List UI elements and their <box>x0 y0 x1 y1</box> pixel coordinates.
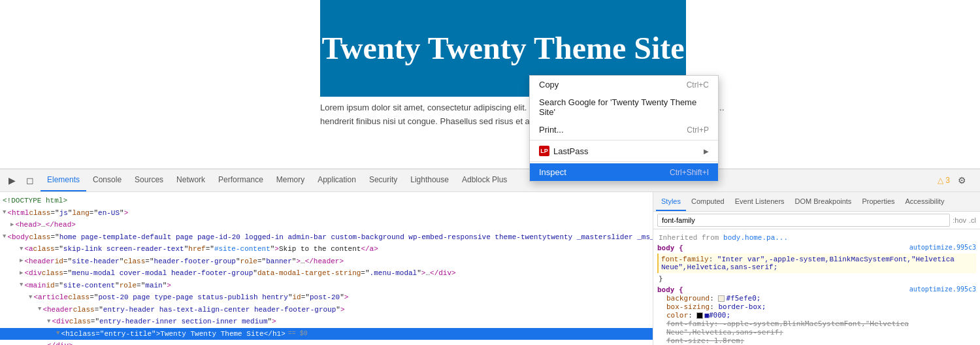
tab-adblock[interactable]: Adblock Plus <box>455 169 514 191</box>
devtools-cursor-icon[interactable]: ▶ <box>4 172 20 188</box>
lastpass-arrow-icon: ▶ <box>704 148 709 155</box>
rule-block-2: autoptimize.995c3 body { background: #f5… <box>657 286 976 345</box>
site-title: Twenty Twenty Theme Site <box>321 31 684 66</box>
tab-performance[interactable]: Performance <box>212 169 270 191</box>
dom-line-doctype: <!DOCTYPE html> <box>0 195 653 207</box>
dom-line-head: ▶ <head>…</head> <box>0 219 653 231</box>
tab-memory[interactable]: Memory <box>270 169 311 191</box>
context-menu-lastpass[interactable]: LP LastPass ▶ <box>530 142 718 160</box>
devtools-inspect-icon[interactable]: ◻ <box>22 172 38 188</box>
dom-panel[interactable]: <!DOCTYPE html> ▼ <html class="js" lang=… <box>0 192 653 345</box>
tab-lighthouse[interactable]: Lighthouse <box>404 169 455 191</box>
context-menu-divider-2 <box>530 161 718 162</box>
dom-line-article: ▼ <article class="post-20 page type-page… <box>0 291 653 304</box>
website-area: Twenty Twenty Theme Site Lorem ipsum dol… <box>0 0 980 169</box>
right-panel: Styles Computed Event Listeners DOM Brea… <box>653 192 980 345</box>
dom-line-html: ▼ <html class="js" lang="en-US" > <box>0 207 653 220</box>
warning-triangle-icon: △ <box>938 176 943 185</box>
devtools-main: <!DOCTYPE html> ▼ <html class="js" lang=… <box>0 192 980 345</box>
rule-selector-2: body { <box>657 286 683 294</box>
tab-dom-breakpoints[interactable]: DOM Breakpoints <box>790 192 857 211</box>
tab-event-listeners[interactable]: Event Listeners <box>730 192 790 211</box>
styles-tabs: Styles Computed Event Listeners DOM Brea… <box>653 192 980 212</box>
dom-line-entry-inner: ▼ <div class="entry-header-inner section… <box>0 316 653 328</box>
filter-bar: :hov .cl <box>653 212 980 229</box>
dom-line-header: ▶ <header id="site-header" class="header… <box>0 255 653 268</box>
dom-line-menumodal: ▶ <div class="menu-modal cover-modal hea… <box>0 267 653 280</box>
context-menu-copy[interactable]: Copy Ctrl+C <box>530 76 718 93</box>
filter-cls-label[interactable]: .cl <box>969 216 976 224</box>
devtools-right-icons: △ 3 ⚙ <box>938 172 976 188</box>
warning-badge: △ 3 <box>938 176 950 185</box>
context-menu-print[interactable]: Print... Ctrl+P <box>530 121 718 139</box>
devtools-tabs: Elements Console Sources Network Perform… <box>41 169 938 191</box>
dom-line-entry-header: ▼ <header class="entry-header has-text-a… <box>0 304 653 316</box>
dom-line-close-div: </div> <box>0 340 653 345</box>
settings-icon[interactable]: ⚙ <box>954 172 970 188</box>
context-menu-search-google[interactable]: Search Google for 'Twenty Twenty Theme S… <box>530 93 718 121</box>
devtools-topbar: ▶ ◻ Elements Console Sources Network Per… <box>0 169 980 192</box>
inherited-from-label: Inherited from body.home.pa... <box>657 232 976 244</box>
dom-line-skiplink: ▼ <a class="skip-link screen-reader-text… <box>0 243 653 255</box>
rule-block-1: autoptimize.995c3 body { font-family: "I… <box>657 244 976 283</box>
color-swatch <box>696 312 703 319</box>
tab-computed[interactable]: Computed <box>686 192 730 211</box>
tab-sources[interactable]: Sources <box>128 169 170 191</box>
background-swatch <box>718 295 725 302</box>
tab-properties[interactable]: Properties <box>857 192 900 211</box>
styles-content: Inherited from body.home.pa... autoptimi… <box>653 229 980 345</box>
inherited-from-link[interactable]: body.home.pa... <box>723 234 788 242</box>
rule-source-2[interactable]: autoptimize.995c3 <box>909 286 976 293</box>
tab-security[interactable]: Security <box>363 169 404 191</box>
context-menu-divider-1 <box>530 140 718 140</box>
tab-styles[interactable]: Styles <box>656 192 686 211</box>
rule-selector-1: body { <box>657 244 683 252</box>
dom-line-main: ▼ <main id="site-content" role="main" > <box>0 280 653 292</box>
highlighted-font-family: font-family: "Inter var",-apple-system,B… <box>657 254 976 273</box>
context-menu-inspect[interactable]: Inspect Ctrl+Shift+I <box>530 163 718 181</box>
dom-line-h1[interactable]: ▼ <h1 class="entry-title" >Twenty Twenty… <box>0 328 653 340</box>
filter-hov-label[interactable]: :hov <box>953 216 966 224</box>
dom-line-body: ▼ <body class="home page-template-defaul… <box>0 231 653 244</box>
lastpass-icon: LP <box>539 146 549 156</box>
filter-input[interactable] <box>657 214 950 227</box>
tab-console[interactable]: Console <box>86 169 128 191</box>
tab-accessibility[interactable]: Accessibility <box>900 192 950 211</box>
rule-source-1[interactable]: autoptimize.995c3 <box>909 244 976 251</box>
tab-application[interactable]: Application <box>311 169 363 191</box>
warning-count: 3 <box>945 176 950 185</box>
tab-network[interactable]: Network <box>170 169 212 191</box>
tab-elements[interactable]: Elements <box>41 169 86 191</box>
context-menu: Copy Ctrl+C Search Google for 'Twenty Tw… <box>529 75 719 182</box>
devtools-panel: ▶ ◻ Elements Console Sources Network Per… <box>0 169 980 345</box>
